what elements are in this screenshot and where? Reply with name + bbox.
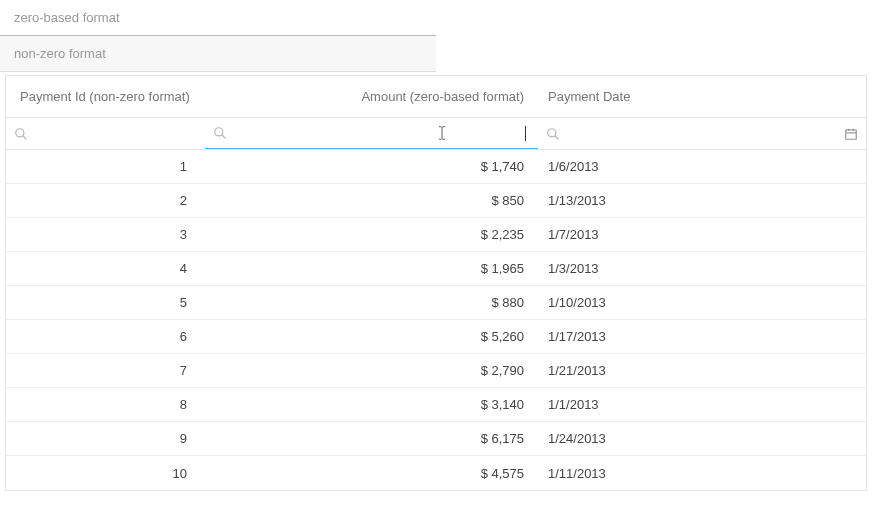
cell-payment-id: 4	[6, 261, 205, 276]
cell-payment-date: 1/7/2013	[538, 227, 866, 242]
cell-amount: $ 1,740	[205, 159, 538, 174]
filter-input-amount[interactable]	[235, 118, 530, 148]
column-header-row: Payment Id (non-zero format) Amount (zer…	[6, 76, 866, 118]
cell-payment-id: 2	[6, 193, 205, 208]
cell-amount: $ 2,790	[205, 363, 538, 378]
table-row[interactable]: 6$ 5,2601/17/2013	[6, 320, 866, 354]
text-caret	[525, 126, 526, 141]
svg-line-3	[222, 135, 226, 139]
format-tabs: zero-based format non-zero format	[0, 0, 436, 72]
svg-rect-6	[846, 129, 857, 138]
column-header-amount[interactable]: Amount (zero-based format)	[205, 89, 538, 104]
column-header-payment-id[interactable]: Payment Id (non-zero format)	[6, 89, 205, 104]
svg-line-5	[555, 135, 559, 139]
cell-payment-id: 1	[6, 159, 205, 174]
cell-payment-id: 5	[6, 295, 205, 310]
table-row[interactable]: 1$ 1,7401/6/2013	[6, 150, 866, 184]
table-row[interactable]: 7$ 2,7901/21/2013	[6, 354, 866, 388]
rows-container: 1$ 1,7401/6/20132$ 8501/13/20133$ 2,2351…	[6, 150, 866, 490]
table-row[interactable]: 9$ 6,1751/24/2013	[6, 422, 866, 456]
table-row[interactable]: 4$ 1,9651/3/2013	[6, 252, 866, 286]
cell-amount: $ 850	[205, 193, 538, 208]
svg-point-2	[215, 128, 223, 136]
table-row[interactable]: 8$ 3,1401/1/2013	[6, 388, 866, 422]
filter-input-payment-date[interactable]	[568, 118, 844, 149]
svg-line-1	[23, 135, 27, 139]
cell-payment-date: 1/24/2013	[538, 431, 866, 446]
search-icon	[14, 127, 28, 141]
filter-cell-payment-date[interactable]	[538, 118, 866, 149]
svg-point-4	[548, 128, 556, 136]
calendar-icon[interactable]	[844, 127, 858, 141]
cell-payment-id: 10	[6, 466, 205, 481]
cell-amount: $ 6,175	[205, 431, 538, 446]
cell-amount: $ 2,235	[205, 227, 538, 242]
search-icon	[546, 127, 560, 141]
cell-payment-id: 7	[6, 363, 205, 378]
table-row[interactable]: 2$ 8501/13/2013	[6, 184, 866, 218]
cell-payment-id: 9	[6, 431, 205, 446]
cell-amount: $ 1,965	[205, 261, 538, 276]
cell-payment-id: 8	[6, 397, 205, 412]
cell-payment-date: 1/13/2013	[538, 193, 866, 208]
cell-payment-date: 1/21/2013	[538, 363, 866, 378]
filter-row	[6, 118, 866, 150]
cell-payment-id: 3	[6, 227, 205, 242]
cell-payment-id: 6	[6, 329, 205, 344]
cell-amount: $ 5,260	[205, 329, 538, 344]
cell-payment-date: 1/17/2013	[538, 329, 866, 344]
cell-payment-date: 1/1/2013	[538, 397, 866, 412]
table-row[interactable]: 5$ 8801/10/2013	[6, 286, 866, 320]
svg-point-0	[16, 128, 24, 136]
cell-amount: $ 3,140	[205, 397, 538, 412]
column-header-payment-date[interactable]: Payment Date	[538, 89, 866, 104]
cell-amount: $ 880	[205, 295, 538, 310]
cell-amount: $ 4,575	[205, 466, 538, 481]
data-grid: Payment Id (non-zero format) Amount (zer…	[5, 75, 867, 491]
search-icon	[213, 126, 227, 140]
filter-cell-payment-id[interactable]	[6, 118, 205, 149]
table-row[interactable]: 10$ 4,5751/11/2013	[6, 456, 866, 490]
cell-payment-date: 1/3/2013	[538, 261, 866, 276]
cell-payment-date: 1/11/2013	[538, 466, 866, 481]
cell-payment-date: 1/6/2013	[538, 159, 866, 174]
tab-zero-based-format[interactable]: zero-based format	[0, 0, 436, 36]
filter-cell-amount[interactable]	[205, 118, 538, 149]
tab-non-zero-format[interactable]: non-zero format	[0, 36, 436, 72]
cell-payment-date: 1/10/2013	[538, 295, 866, 310]
table-row[interactable]: 3$ 2,2351/7/2013	[6, 218, 866, 252]
filter-input-payment-id[interactable]	[36, 118, 204, 149]
